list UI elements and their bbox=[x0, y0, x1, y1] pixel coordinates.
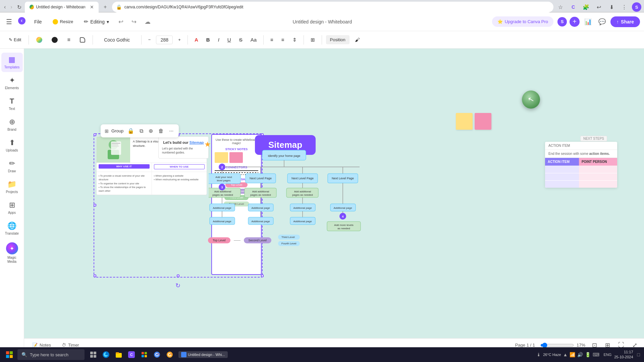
wifi-icon[interactable]: 📶 bbox=[570, 352, 575, 357]
position-indicator-circle[interactable]: ↖ bbox=[522, 90, 540, 109]
sidebar-item-draw[interactable]: ✏ Draw bbox=[1, 157, 23, 176]
add-team-btn[interactable]: + bbox=[570, 17, 580, 27]
redo-btn[interactable]: ↪ bbox=[129, 16, 139, 27]
sidebar-item-brand[interactable]: ⊕ Brand bbox=[1, 115, 23, 134]
text-color-shape-btn[interactable] bbox=[48, 35, 61, 45]
italic-btn[interactable]: I bbox=[215, 35, 222, 45]
forward-btn[interactable]: › bbox=[9, 3, 13, 11]
sidebar-item-elements[interactable]: ✦ Elements bbox=[1, 73, 23, 93]
copy-btn[interactable]: ⧉ bbox=[138, 127, 145, 135]
taskbar-canva-icon[interactable]: C bbox=[125, 349, 138, 361]
sidebar-item-templates[interactable]: ▦ Templates bbox=[1, 53, 23, 72]
file-menu-btn[interactable]: File bbox=[31, 17, 45, 26]
upgrade-btn[interactable]: ⭐ Upgrade to Canva Pro bbox=[492, 16, 553, 27]
chrome-icon[interactable] bbox=[151, 349, 163, 361]
ext-btn[interactable]: 🧩 bbox=[581, 2, 591, 12]
sticky-pink-1[interactable] bbox=[475, 113, 491, 130]
upward-arrow-icon[interactable]: ▲ bbox=[563, 352, 568, 357]
sticky-yellow-1[interactable] bbox=[456, 113, 473, 130]
color-wheel-icon bbox=[36, 37, 42, 43]
address-bar[interactable]: 🔒 canva.com/design/DAGUfKw1QR4/AswV6jpgP… bbox=[112, 2, 553, 12]
clock[interactable]: 11:17 25-10-2024 bbox=[614, 350, 633, 360]
network-icon[interactable]: 🌡 bbox=[536, 352, 541, 357]
effects-btn[interactable]: ⊞ bbox=[308, 35, 318, 45]
taskbar-search-box[interactable]: 🔍 Type here to search bbox=[17, 349, 85, 360]
sidebar-item-apps[interactable]: ⊞ Apps bbox=[1, 198, 23, 218]
sidebar-item-projects[interactable]: 📁 Projects bbox=[1, 177, 23, 197]
list-btn[interactable]: ≡ bbox=[279, 35, 287, 45]
sidebar-item-magic-media[interactable]: ✦ Magic Media bbox=[1, 240, 23, 266]
bold-btn[interactable]: B bbox=[204, 35, 213, 45]
handle-tl[interactable] bbox=[94, 133, 96, 136]
handle-bl[interactable] bbox=[94, 275, 96, 277]
resize-btn[interactable]: Resize bbox=[49, 17, 77, 26]
start-btn[interactable] bbox=[3, 348, 16, 361]
increase-size-btn[interactable]: + bbox=[175, 35, 183, 44]
explorer-icon[interactable] bbox=[113, 349, 125, 361]
svg-rect-80 bbox=[145, 352, 147, 354]
text-color-btn[interactable]: A bbox=[192, 35, 201, 45]
font-family-btn[interactable]: Coco Gothic bbox=[97, 35, 137, 45]
edit-btn[interactable]: ✎ Edit bbox=[5, 35, 24, 44]
handle-bm[interactable] bbox=[177, 275, 179, 277]
svg-text:Additional page: Additional page bbox=[213, 220, 231, 223]
more-options-btn[interactable]: ··· bbox=[168, 127, 175, 135]
corner-btn[interactable] bbox=[76, 35, 89, 45]
position-btn[interactable]: Position bbox=[326, 35, 350, 44]
profile-avatar[interactable]: S bbox=[632, 2, 641, 12]
canva-logo: c bbox=[18, 17, 25, 26]
cloud-save-btn[interactable]: ☁ bbox=[143, 16, 153, 27]
share-btn[interactable]: ↑ Share bbox=[610, 16, 640, 27]
svg-rect-70 bbox=[6, 355, 9, 358]
lets-build-card: Let's build our Sitemap Let's get starte… bbox=[158, 136, 209, 159]
volume-icon[interactable]: 🔊 bbox=[577, 352, 583, 357]
downloads-btn[interactable]: ⬇ bbox=[606, 2, 616, 12]
keyboard-icon[interactable]: ⌨ bbox=[593, 352, 599, 357]
align-btn[interactable]: ≡ bbox=[268, 35, 276, 45]
decrease-size-btn[interactable]: − bbox=[146, 35, 154, 44]
editing-btn[interactable]: ✏ Editing ▾ bbox=[80, 16, 112, 27]
style-btn[interactable]: 🖌 bbox=[352, 35, 363, 45]
font-size-display[interactable]: 288 bbox=[156, 36, 173, 44]
rotate-handle[interactable]: ↻ bbox=[175, 282, 180, 289]
star-btn[interactable]: ☆ bbox=[555, 2, 566, 12]
new-tab-btn[interactable]: + bbox=[101, 2, 110, 12]
taskbar-canva-window[interactable]: Untitled design - Whi... bbox=[178, 351, 228, 358]
canvas-area[interactable]: ⊞ Group 🔒 ⧉ ⊕ 🗑 ··· OVERVIEW ↻ bbox=[24, 49, 644, 352]
duplicate-btn[interactable]: ⊕ bbox=[147, 126, 154, 135]
undo-btn[interactable]: ↩ bbox=[116, 16, 125, 27]
task-view-btn[interactable] bbox=[87, 349, 99, 361]
active-tab[interactable]: Untitled design - Whiteboard ✕ bbox=[25, 2, 99, 12]
edge-icon[interactable] bbox=[100, 349, 112, 361]
handle-ml[interactable] bbox=[94, 204, 96, 206]
analytics-btn[interactable]: 📊 bbox=[582, 16, 594, 27]
spacing-btn[interactable]: ⇕ bbox=[290, 35, 300, 45]
alignment-btn[interactable]: ≡ bbox=[64, 35, 73, 45]
battery-icon[interactable]: 🔋 bbox=[585, 352, 591, 357]
handle-br[interactable] bbox=[261, 275, 264, 277]
chrome-canary-icon[interactable] bbox=[164, 349, 176, 361]
sidebar-item-text[interactable]: T Text bbox=[1, 94, 23, 114]
color-picker-btn[interactable] bbox=[33, 35, 46, 45]
comments-btn[interactable]: 💬 bbox=[596, 16, 608, 27]
lock-btn[interactable]: 🔒 bbox=[126, 126, 136, 135]
refresh-btn[interactable]: ↻ bbox=[16, 3, 23, 12]
underline-btn[interactable]: U bbox=[225, 35, 234, 45]
history-btn[interactable]: ↩ bbox=[594, 2, 604, 12]
sidebar-item-translate[interactable]: 🌐 Translate bbox=[1, 219, 23, 238]
tab-close-btn[interactable]: ✕ bbox=[90, 4, 94, 10]
show-desktop-btn[interactable]: □ bbox=[636, 351, 641, 359]
store-icon[interactable] bbox=[138, 349, 150, 361]
strikethrough-btn[interactable]: S bbox=[236, 35, 245, 45]
user-avatar[interactable]: S bbox=[557, 17, 567, 26]
sep1 bbox=[29, 35, 29, 45]
case-btn[interactable]: Aa bbox=[248, 35, 259, 45]
svg-text:Add additional: Add additional bbox=[294, 190, 311, 193]
menu-btn[interactable]: ☰ bbox=[4, 16, 14, 28]
action-items-panel: ACTION ITEM End the session with some ac… bbox=[545, 142, 617, 188]
sidebar-item-uploads[interactable]: ⬆ Uploads bbox=[1, 136, 23, 155]
canva-ext-btn[interactable]: C bbox=[568, 2, 578, 12]
more-btn[interactable]: ⋮ bbox=[619, 2, 629, 12]
delete-btn[interactable]: 🗑 bbox=[157, 127, 165, 135]
back-btn[interactable]: ‹ bbox=[3, 3, 7, 11]
